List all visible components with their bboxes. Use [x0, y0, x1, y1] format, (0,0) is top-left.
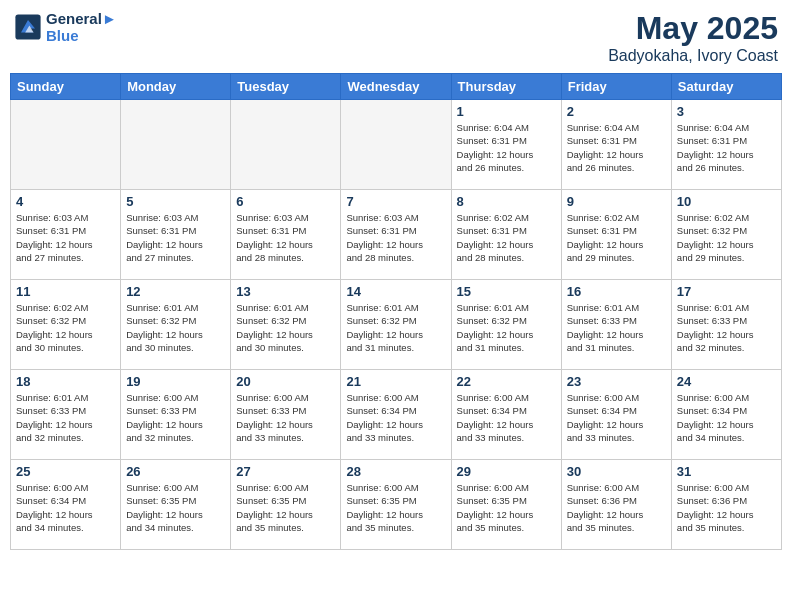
day-info: Sunrise: 6:00 AM Sunset: 6:35 PM Dayligh… [346, 481, 445, 534]
day-info: Sunrise: 6:02 AM Sunset: 6:31 PM Dayligh… [567, 211, 666, 264]
day-number: 16 [567, 284, 666, 299]
day-number: 22 [457, 374, 556, 389]
week-row-1: 1Sunrise: 6:04 AM Sunset: 6:31 PM Daylig… [11, 100, 782, 190]
day-number: 6 [236, 194, 335, 209]
day-number: 2 [567, 104, 666, 119]
day-number: 8 [457, 194, 556, 209]
day-cell: 11Sunrise: 6:02 AM Sunset: 6:32 PM Dayli… [11, 280, 121, 370]
day-number: 21 [346, 374, 445, 389]
day-cell: 4Sunrise: 6:03 AM Sunset: 6:31 PM Daylig… [11, 190, 121, 280]
day-cell: 19Sunrise: 6:00 AM Sunset: 6:33 PM Dayli… [121, 370, 231, 460]
title-block: May 2025 Badyokaha, Ivory Coast [608, 10, 778, 65]
day-number: 3 [677, 104, 776, 119]
day-number: 27 [236, 464, 335, 479]
day-cell: 30Sunrise: 6:00 AM Sunset: 6:36 PM Dayli… [561, 460, 671, 550]
weekday-header-wednesday: Wednesday [341, 74, 451, 100]
day-number: 14 [346, 284, 445, 299]
day-cell: 1Sunrise: 6:04 AM Sunset: 6:31 PM Daylig… [451, 100, 561, 190]
day-info: Sunrise: 6:00 AM Sunset: 6:34 PM Dayligh… [677, 391, 776, 444]
day-number: 10 [677, 194, 776, 209]
week-row-5: 25Sunrise: 6:00 AM Sunset: 6:34 PM Dayli… [11, 460, 782, 550]
day-cell: 28Sunrise: 6:00 AM Sunset: 6:35 PM Dayli… [341, 460, 451, 550]
day-number: 5 [126, 194, 225, 209]
logo-text: General► Blue [46, 10, 117, 44]
day-number: 23 [567, 374, 666, 389]
day-info: Sunrise: 6:03 AM Sunset: 6:31 PM Dayligh… [16, 211, 115, 264]
weekday-header-tuesday: Tuesday [231, 74, 341, 100]
day-info: Sunrise: 6:02 AM Sunset: 6:32 PM Dayligh… [677, 211, 776, 264]
day-cell: 2Sunrise: 6:04 AM Sunset: 6:31 PM Daylig… [561, 100, 671, 190]
day-info: Sunrise: 6:00 AM Sunset: 6:35 PM Dayligh… [126, 481, 225, 534]
page-header: General► Blue May 2025 Badyokaha, Ivory … [10, 10, 782, 65]
day-info: Sunrise: 6:00 AM Sunset: 6:35 PM Dayligh… [457, 481, 556, 534]
day-number: 9 [567, 194, 666, 209]
week-row-3: 11Sunrise: 6:02 AM Sunset: 6:32 PM Dayli… [11, 280, 782, 370]
day-number: 20 [236, 374, 335, 389]
day-info: Sunrise: 6:00 AM Sunset: 6:34 PM Dayligh… [457, 391, 556, 444]
day-cell: 10Sunrise: 6:02 AM Sunset: 6:32 PM Dayli… [671, 190, 781, 280]
day-cell: 31Sunrise: 6:00 AM Sunset: 6:36 PM Dayli… [671, 460, 781, 550]
day-info: Sunrise: 6:01 AM Sunset: 6:32 PM Dayligh… [346, 301, 445, 354]
day-info: Sunrise: 6:01 AM Sunset: 6:33 PM Dayligh… [677, 301, 776, 354]
day-info: Sunrise: 6:00 AM Sunset: 6:34 PM Dayligh… [567, 391, 666, 444]
day-cell: 13Sunrise: 6:01 AM Sunset: 6:32 PM Dayli… [231, 280, 341, 370]
day-info: Sunrise: 6:04 AM Sunset: 6:31 PM Dayligh… [677, 121, 776, 174]
day-cell [11, 100, 121, 190]
day-info: Sunrise: 6:00 AM Sunset: 6:35 PM Dayligh… [236, 481, 335, 534]
day-number: 26 [126, 464, 225, 479]
day-cell: 18Sunrise: 6:01 AM Sunset: 6:33 PM Dayli… [11, 370, 121, 460]
day-number: 7 [346, 194, 445, 209]
weekday-header-thursday: Thursday [451, 74, 561, 100]
day-number: 31 [677, 464, 776, 479]
day-info: Sunrise: 6:02 AM Sunset: 6:32 PM Dayligh… [16, 301, 115, 354]
day-number: 15 [457, 284, 556, 299]
day-cell: 20Sunrise: 6:00 AM Sunset: 6:33 PM Dayli… [231, 370, 341, 460]
day-cell: 17Sunrise: 6:01 AM Sunset: 6:33 PM Dayli… [671, 280, 781, 370]
day-info: Sunrise: 6:03 AM Sunset: 6:31 PM Dayligh… [126, 211, 225, 264]
weekday-header-row: SundayMondayTuesdayWednesdayThursdayFrid… [11, 74, 782, 100]
day-cell [231, 100, 341, 190]
day-cell: 7Sunrise: 6:03 AM Sunset: 6:31 PM Daylig… [341, 190, 451, 280]
day-info: Sunrise: 6:01 AM Sunset: 6:33 PM Dayligh… [567, 301, 666, 354]
month-year: May 2025 [608, 10, 778, 47]
day-cell: 9Sunrise: 6:02 AM Sunset: 6:31 PM Daylig… [561, 190, 671, 280]
day-info: Sunrise: 6:00 AM Sunset: 6:36 PM Dayligh… [567, 481, 666, 534]
day-number: 18 [16, 374, 115, 389]
week-row-2: 4Sunrise: 6:03 AM Sunset: 6:31 PM Daylig… [11, 190, 782, 280]
week-row-4: 18Sunrise: 6:01 AM Sunset: 6:33 PM Dayli… [11, 370, 782, 460]
day-cell: 26Sunrise: 6:00 AM Sunset: 6:35 PM Dayli… [121, 460, 231, 550]
day-info: Sunrise: 6:04 AM Sunset: 6:31 PM Dayligh… [457, 121, 556, 174]
weekday-header-saturday: Saturday [671, 74, 781, 100]
weekday-header-monday: Monday [121, 74, 231, 100]
day-info: Sunrise: 6:00 AM Sunset: 6:36 PM Dayligh… [677, 481, 776, 534]
day-info: Sunrise: 6:01 AM Sunset: 6:32 PM Dayligh… [236, 301, 335, 354]
day-number: 30 [567, 464, 666, 479]
day-number: 24 [677, 374, 776, 389]
day-cell: 21Sunrise: 6:00 AM Sunset: 6:34 PM Dayli… [341, 370, 451, 460]
day-cell [341, 100, 451, 190]
day-info: Sunrise: 6:04 AM Sunset: 6:31 PM Dayligh… [567, 121, 666, 174]
day-number: 28 [346, 464, 445, 479]
day-number: 25 [16, 464, 115, 479]
day-info: Sunrise: 6:01 AM Sunset: 6:32 PM Dayligh… [126, 301, 225, 354]
day-info: Sunrise: 6:01 AM Sunset: 6:33 PM Dayligh… [16, 391, 115, 444]
calendar-table: SundayMondayTuesdayWednesdayThursdayFrid… [10, 73, 782, 550]
day-cell: 8Sunrise: 6:02 AM Sunset: 6:31 PM Daylig… [451, 190, 561, 280]
day-cell: 23Sunrise: 6:00 AM Sunset: 6:34 PM Dayli… [561, 370, 671, 460]
day-cell: 24Sunrise: 6:00 AM Sunset: 6:34 PM Dayli… [671, 370, 781, 460]
weekday-header-friday: Friday [561, 74, 671, 100]
day-cell: 22Sunrise: 6:00 AM Sunset: 6:34 PM Dayli… [451, 370, 561, 460]
day-cell: 27Sunrise: 6:00 AM Sunset: 6:35 PM Dayli… [231, 460, 341, 550]
day-cell: 25Sunrise: 6:00 AM Sunset: 6:34 PM Dayli… [11, 460, 121, 550]
logo-icon [14, 13, 42, 41]
day-cell: 3Sunrise: 6:04 AM Sunset: 6:31 PM Daylig… [671, 100, 781, 190]
day-number: 11 [16, 284, 115, 299]
day-cell: 29Sunrise: 6:00 AM Sunset: 6:35 PM Dayli… [451, 460, 561, 550]
day-number: 4 [16, 194, 115, 209]
weekday-header-sunday: Sunday [11, 74, 121, 100]
day-info: Sunrise: 6:03 AM Sunset: 6:31 PM Dayligh… [346, 211, 445, 264]
logo: General► Blue [14, 10, 117, 44]
day-number: 13 [236, 284, 335, 299]
location: Badyokaha, Ivory Coast [608, 47, 778, 65]
day-cell: 5Sunrise: 6:03 AM Sunset: 6:31 PM Daylig… [121, 190, 231, 280]
